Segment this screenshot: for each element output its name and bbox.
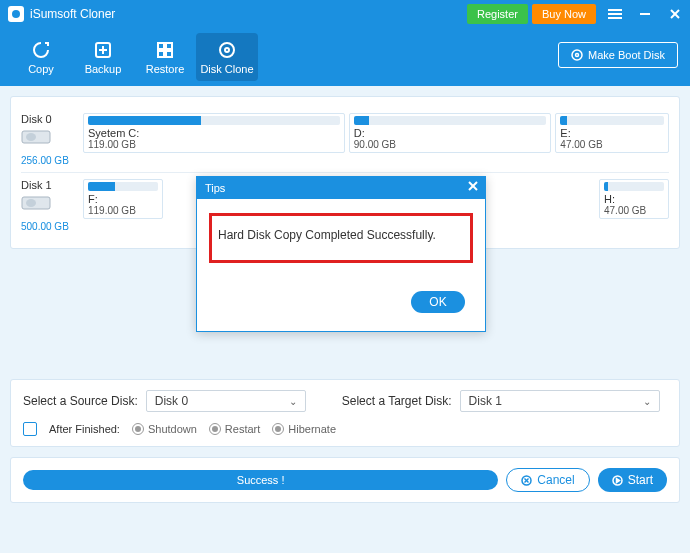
target-disk-value: Disk 1 bbox=[469, 394, 502, 408]
make-boot-disk-button[interactable]: Make Boot Disk bbox=[558, 42, 678, 68]
title-bar: iSumsoft Cloner Register Buy Now bbox=[0, 0, 690, 28]
ok-button[interactable]: OK bbox=[411, 291, 465, 313]
disk-size: 500.00 GB bbox=[21, 221, 83, 232]
menu-icon[interactable] bbox=[600, 0, 630, 28]
cancel-button[interactable]: Cancel bbox=[506, 468, 589, 492]
hdd-icon bbox=[21, 128, 51, 146]
svg-rect-11 bbox=[166, 43, 172, 49]
disk-clone-icon bbox=[216, 39, 238, 61]
partition[interactable]: D: 90.00 GB bbox=[349, 113, 552, 153]
partition[interactable]: H: 47.00 GB bbox=[599, 179, 669, 219]
tab-copy[interactable]: Copy bbox=[10, 33, 72, 81]
after-finished-label: After Finished: bbox=[49, 423, 120, 435]
shutdown-radio[interactable] bbox=[132, 423, 144, 435]
progress-text: Success ! bbox=[237, 474, 285, 486]
hibernate-label: Hibernate bbox=[288, 423, 336, 435]
partition-size: 47.00 GB bbox=[604, 205, 664, 216]
tips-dialog: Tips Hard Disk Copy Completed Successful… bbox=[196, 176, 486, 332]
partition-name: Syetem C: bbox=[88, 127, 340, 139]
shutdown-label: Shutdown bbox=[148, 423, 197, 435]
restart-label: Restart bbox=[225, 423, 260, 435]
partition[interactable]: Syetem C: 119.00 GB bbox=[83, 113, 345, 153]
disk-name: Disk 0 bbox=[21, 113, 83, 125]
target-disk-dropdown[interactable]: Disk 1 ⌄ bbox=[460, 390, 660, 412]
disk-name: Disk 1 bbox=[21, 179, 83, 191]
partition-name: F: bbox=[88, 193, 158, 205]
target-disk-label: Select a Target Disk: bbox=[342, 394, 452, 408]
chevron-down-icon: ⌄ bbox=[289, 396, 297, 407]
hdd-icon bbox=[21, 194, 51, 212]
svg-point-16 bbox=[572, 50, 582, 60]
tab-disk-clone-label: Disk Clone bbox=[200, 63, 253, 75]
dialog-title-bar: Tips bbox=[197, 177, 485, 199]
partition[interactable]: E: 47.00 GB bbox=[555, 113, 669, 153]
register-button[interactable]: Register bbox=[467, 4, 528, 24]
svg-rect-13 bbox=[166, 51, 172, 57]
start-button[interactable]: Start bbox=[598, 468, 667, 492]
copy-icon bbox=[30, 39, 52, 61]
partition-name: H: bbox=[604, 193, 664, 205]
cancel-label: Cancel bbox=[537, 473, 574, 487]
play-icon bbox=[612, 475, 623, 486]
make-boot-disk-label: Make Boot Disk bbox=[588, 49, 665, 61]
hibernate-radio[interactable] bbox=[272, 423, 284, 435]
app-logo bbox=[8, 6, 24, 22]
svg-point-19 bbox=[26, 133, 36, 141]
svg-rect-10 bbox=[158, 43, 164, 49]
selection-panel: Select a Source Disk: Disk 0 ⌄ Select a … bbox=[10, 379, 680, 447]
chevron-down-icon: ⌄ bbox=[643, 396, 651, 407]
cancel-icon bbox=[521, 475, 532, 486]
boot-disk-icon bbox=[571, 49, 583, 61]
partition-name: E: bbox=[560, 127, 664, 139]
tab-restore-label: Restore bbox=[146, 63, 185, 75]
progress-bar: Success ! bbox=[23, 470, 498, 490]
svg-point-21 bbox=[26, 199, 36, 207]
svg-rect-12 bbox=[158, 51, 164, 57]
restore-icon bbox=[154, 39, 176, 61]
ok-label: OK bbox=[429, 295, 446, 309]
tab-disk-clone[interactable]: Disk Clone bbox=[196, 33, 258, 81]
close-icon[interactable] bbox=[660, 0, 690, 28]
svg-point-17 bbox=[575, 54, 578, 57]
app-title: iSumsoft Cloner bbox=[30, 7, 115, 21]
partition-size: 119.00 GB bbox=[88, 139, 340, 150]
tab-copy-label: Copy bbox=[28, 63, 54, 75]
svg-point-14 bbox=[220, 43, 234, 57]
partition-size: 119.00 GB bbox=[88, 205, 158, 216]
svg-point-15 bbox=[225, 48, 229, 52]
start-label: Start bbox=[628, 473, 653, 487]
disk-size: 256.00 GB bbox=[21, 155, 83, 166]
buy-now-button[interactable]: Buy Now bbox=[532, 4, 596, 24]
source-disk-value: Disk 0 bbox=[155, 394, 188, 408]
dialog-message: Hard Disk Copy Completed Successfully. bbox=[218, 228, 436, 242]
dialog-title: Tips bbox=[205, 182, 225, 194]
bottom-panel: Success ! Cancel Start bbox=[10, 457, 680, 503]
restart-radio[interactable] bbox=[209, 423, 221, 435]
tab-backup[interactable]: Backup bbox=[72, 33, 134, 81]
dialog-close-icon[interactable] bbox=[467, 180, 479, 194]
dialog-message-box: Hard Disk Copy Completed Successfully. bbox=[209, 213, 473, 263]
backup-icon bbox=[92, 39, 114, 61]
partition-size: 47.00 GB bbox=[560, 139, 664, 150]
partition-name: D: bbox=[354, 127, 547, 139]
partition-size: 90.00 GB bbox=[354, 139, 547, 150]
main-toolbar: Copy Backup Restore Disk Clone Make Boot… bbox=[0, 28, 690, 86]
minimize-icon[interactable] bbox=[630, 0, 660, 28]
tab-backup-label: Backup bbox=[85, 63, 122, 75]
source-disk-dropdown[interactable]: Disk 0 ⌄ bbox=[146, 390, 306, 412]
after-finished-checkbox[interactable] bbox=[23, 422, 37, 436]
source-disk-label: Select a Source Disk: bbox=[23, 394, 138, 408]
content-area: Disk 0 256.00 GB Syetem C: 119.00 GB D: … bbox=[0, 86, 690, 553]
partition[interactable]: F: 119.00 GB bbox=[83, 179, 163, 219]
tab-restore[interactable]: Restore bbox=[134, 33, 196, 81]
disk-row[interactable]: Disk 0 256.00 GB Syetem C: 119.00 GB D: … bbox=[21, 107, 669, 173]
svg-point-0 bbox=[12, 10, 20, 18]
